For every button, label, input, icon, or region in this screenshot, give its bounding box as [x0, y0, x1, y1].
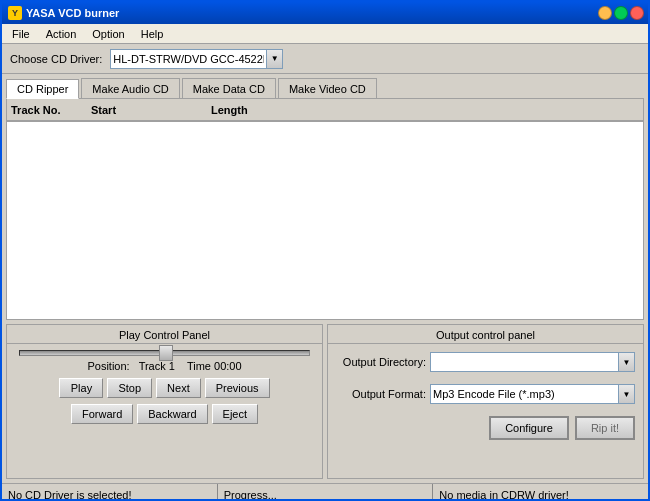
output-panel-title: Output control panel: [328, 325, 643, 344]
app-title: YASA VCD burner: [26, 7, 119, 19]
position-slider-thumb[interactable]: [159, 345, 173, 361]
app-icon: Y: [8, 6, 22, 20]
status-middle: Progress...: [218, 484, 434, 501]
play-control-panel: Play Control Panel Position: Track 1 Tim…: [6, 324, 323, 479]
play-button[interactable]: Play: [59, 378, 103, 398]
output-directory-dropdown-btn[interactable]: ▼: [618, 353, 634, 371]
stop-button[interactable]: Stop: [107, 378, 152, 398]
tab-make-video-cd[interactable]: Make Video CD: [278, 78, 377, 98]
previous-button[interactable]: Previous: [205, 378, 270, 398]
driver-dropdown-btn[interactable]: ▼: [266, 50, 282, 68]
output-format-row: Output Format: ▼: [328, 376, 643, 408]
menu-bar: File Action Option Help: [2, 24, 648, 44]
play-buttons-row1: Play Stop Next Previous: [7, 374, 322, 402]
tab-make-data-cd[interactable]: Make Data CD: [182, 78, 276, 98]
forward-button[interactable]: Forward: [71, 404, 133, 424]
driver-label: Choose CD Driver:: [10, 53, 102, 65]
track-list: [6, 122, 644, 320]
title-bar: Y YASA VCD burner: [2, 2, 648, 24]
col-track-no: Track No.: [11, 104, 91, 116]
status-right: No media in CDRW driver!: [433, 484, 648, 501]
table-header-row: Track No. Start Length: [7, 99, 643, 121]
position-slider-track[interactable]: [19, 350, 310, 356]
track-table-header: Track No. Start Length: [6, 98, 644, 122]
maximize-button[interactable]: [614, 6, 628, 20]
output-format-input[interactable]: [431, 385, 618, 403]
title-bar-left: Y YASA VCD burner: [8, 6, 119, 20]
output-directory-input[interactable]: [431, 353, 618, 371]
play-buttons-row2: Forward Backward Eject: [7, 402, 322, 426]
bottom-panels: Play Control Panel Position: Track 1 Tim…: [6, 324, 644, 479]
position-label: Position:: [87, 360, 129, 372]
tab-bar: CD Ripper Make Audio CD Make Data CD Mak…: [2, 74, 648, 98]
col-length: Length: [211, 104, 331, 116]
rip-button[interactable]: Rip it!: [575, 416, 635, 440]
output-format-dropdown-btn[interactable]: ▼: [618, 385, 634, 403]
status-left: No CD Driver is selected!: [2, 484, 218, 501]
track-label: Track 1: [139, 360, 175, 372]
window-controls: [598, 6, 644, 20]
next-button[interactable]: Next: [156, 378, 201, 398]
output-control-panel: Output control panel Output Directory: ▼…: [327, 324, 644, 479]
output-directory-row: Output Directory: ▼: [328, 344, 643, 376]
driver-combo[interactable]: ▼: [110, 49, 283, 69]
menu-option[interactable]: Option: [86, 26, 130, 42]
driver-row: Choose CD Driver: ▼: [2, 44, 648, 74]
minimize-button[interactable]: [598, 6, 612, 20]
driver-input[interactable]: [111, 50, 266, 68]
status-bar: No CD Driver is selected! Progress... No…: [2, 483, 648, 501]
output-action-row: Configure Rip it!: [328, 408, 643, 448]
configure-button[interactable]: Configure: [489, 416, 569, 440]
menu-file[interactable]: File: [6, 26, 36, 42]
play-panel-title: Play Control Panel: [7, 325, 322, 344]
slider-row: [7, 344, 322, 358]
tab-cd-ripper[interactable]: CD Ripper: [6, 79, 79, 99]
close-button[interactable]: [630, 6, 644, 20]
tab-make-audio-cd[interactable]: Make Audio CD: [81, 78, 179, 98]
app-window: Y YASA VCD burner File Action Option Hel…: [0, 0, 650, 501]
menu-help[interactable]: Help: [135, 26, 170, 42]
output-directory-label: Output Directory:: [336, 356, 426, 368]
eject-button[interactable]: Eject: [212, 404, 258, 424]
menu-action[interactable]: Action: [40, 26, 83, 42]
backward-button[interactable]: Backward: [137, 404, 207, 424]
time-label: Time 00:00: [187, 360, 242, 372]
output-format-combo-wrap[interactable]: ▼: [430, 384, 635, 404]
output-directory-input-wrap[interactable]: ▼: [430, 352, 635, 372]
col-start: Start: [91, 104, 211, 116]
output-format-label: Output Format:: [336, 388, 426, 400]
